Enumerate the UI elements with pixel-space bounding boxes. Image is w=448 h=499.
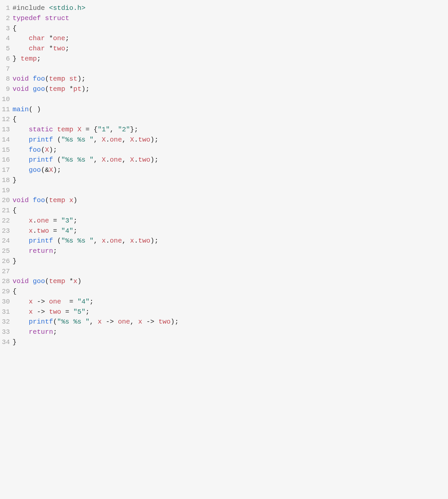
line-number: 8: [0, 74, 13, 84]
line-number: 25: [0, 246, 13, 256]
code-line: 10: [0, 94, 448, 105]
line-content: foo(X);: [13, 145, 448, 155]
token-punct: ;: [37, 55, 41, 63]
token-punct: [13, 217, 29, 224]
token-punct: ): [73, 197, 77, 204]
token-var: X: [45, 146, 49, 154]
line-number: 10: [0, 94, 13, 105]
token-punct: ,: [94, 237, 102, 245]
token-type: char: [29, 35, 45, 42]
token-punct: (: [53, 136, 61, 144]
token-punct: *: [45, 35, 53, 42]
line-content: {: [13, 287, 448, 297]
code-line: 33 return;: [0, 327, 448, 337]
token-punct: );: [49, 146, 57, 154]
code-line: 4 char *one;: [0, 34, 448, 44]
code-line: 28void goo(temp *x): [0, 276, 448, 287]
token-var: X: [130, 156, 134, 164]
line-content: #include <stdio.h>: [13, 3, 448, 13]
line-number: 31: [0, 307, 13, 317]
line-number: 12: [0, 115, 13, 125]
token-punct: ->: [142, 318, 158, 326]
line-content: printf ("%s %s ", X.one, X.two);: [13, 155, 448, 165]
token-punct: [29, 277, 33, 285]
token-func: printf: [29, 156, 53, 164]
token-punct: *: [65, 85, 73, 93]
token-punct: *: [65, 277, 73, 285]
code-line: 32 printf("%s %s ", x -> one, x -> two);: [0, 317, 448, 327]
code-line: 5 char *two;: [0, 44, 448, 54]
token-type: char: [29, 45, 45, 52]
token-var: X: [77, 126, 81, 133]
token-punct: .: [33, 227, 37, 235]
code-line: 7: [0, 64, 448, 74]
token-punct: ,: [94, 156, 102, 164]
token-punct: [13, 35, 29, 42]
line-content: }: [13, 256, 448, 267]
token-var: two: [37, 227, 49, 235]
line-number: 6: [0, 54, 13, 64]
line-number: 3: [0, 24, 13, 34]
token-var: one: [110, 156, 122, 164]
code-line: 18}: [0, 175, 448, 186]
token-punct: ): [77, 277, 81, 285]
token-func: printf: [29, 237, 53, 245]
line-number: 7: [0, 64, 13, 74]
line-content: return;: [13, 327, 448, 337]
line-content: {: [13, 206, 448, 216]
line-content: [13, 186, 448, 196]
code-line: 9void goo(temp *pt);: [0, 84, 448, 94]
token-punct: [13, 247, 29, 255]
token-punct: {: [13, 25, 16, 32]
code-line: 27: [0, 267, 448, 277]
token-punct: [13, 45, 29, 52]
line-content: }: [13, 175, 448, 186]
token-punct: (: [45, 85, 49, 93]
token-func: foo: [29, 146, 41, 154]
line-content: x.one = "3";: [13, 216, 448, 226]
code-line: 13 static temp X = {"1", "2"};: [0, 125, 448, 135]
code-line: 25 return;: [0, 246, 448, 256]
token-punct: ,: [122, 156, 130, 164]
token-punct: =: [49, 227, 61, 235]
token-type: temp: [49, 277, 65, 285]
token-var: one: [53, 35, 65, 42]
line-content: [13, 94, 448, 105]
token-keyword: return: [29, 328, 53, 336]
line-content: void foo(temp st);: [13, 74, 448, 84]
token-punct: ( ): [29, 106, 41, 113]
token-punct: ->: [102, 318, 118, 326]
line-number: 26: [0, 256, 13, 267]
line-number: 13: [0, 125, 13, 135]
line-content: char *one;: [13, 34, 448, 44]
token-punct: ;: [65, 45, 69, 52]
line-content: void foo(temp x): [13, 196, 448, 206]
line-number: 19: [0, 186, 13, 196]
token-var: one: [118, 318, 130, 326]
code-block: 1#include <stdio.h>2typedef struct3{4 ch…: [0, 0, 448, 357]
line-content: printf ("%s %s ", X.one, X.two);: [13, 135, 448, 145]
line-content: printf("%s %s ", x -> one, x -> two);: [13, 317, 448, 327]
line-number: 33: [0, 327, 13, 337]
token-var: x: [29, 308, 33, 316]
code-line: 17 goo(&X);: [0, 165, 448, 175]
token-string: "5": [73, 308, 86, 316]
token-punct: );: [53, 166, 61, 174]
token-var: x: [29, 298, 33, 305]
token-string: "1": [98, 126, 110, 133]
token-include: <stdio.h>: [49, 4, 86, 12]
token-func: goo: [33, 85, 45, 93]
token-punct: }: [13, 257, 16, 265]
token-punct: .: [106, 136, 110, 144]
token-punct: [13, 126, 29, 133]
token-keyword: void: [13, 197, 29, 204]
token-keyword: void: [13, 85, 29, 93]
token-func: printf: [29, 318, 53, 326]
line-number: 11: [0, 105, 13, 115]
token-punct: [13, 136, 29, 144]
token-punct: .: [33, 217, 37, 224]
token-punct: ;: [85, 308, 89, 316]
line-number: 22: [0, 216, 13, 226]
token-keyword: typedef: [13, 14, 41, 22]
line-content: void goo(temp *pt);: [13, 84, 448, 94]
